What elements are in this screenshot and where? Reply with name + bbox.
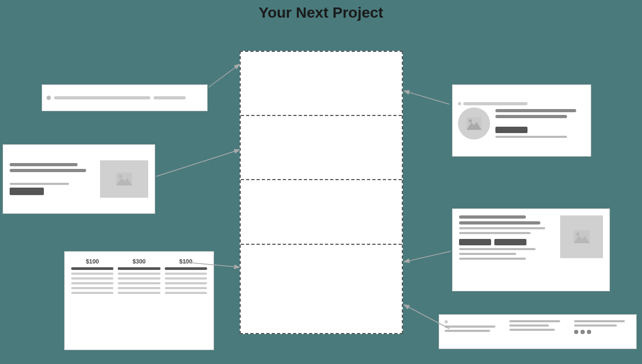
right-mid-line-4 bbox=[459, 232, 531, 234]
top-right-text bbox=[495, 109, 585, 138]
bottom-right-col-3 bbox=[574, 320, 631, 343]
price-line-1c bbox=[71, 282, 113, 284]
right-mid-btn-2 bbox=[494, 239, 526, 245]
pricing-col-1: $100 bbox=[71, 258, 113, 343]
price-line-3e bbox=[165, 292, 207, 294]
top-right-card bbox=[452, 84, 591, 157]
bottom-line-1 bbox=[445, 326, 495, 328]
top-right-bar bbox=[463, 102, 528, 105]
bottom-line-6 bbox=[574, 320, 625, 322]
price-1: $100 bbox=[86, 258, 98, 265]
price-2: $300 bbox=[133, 258, 146, 265]
price-line-3a bbox=[165, 273, 207, 275]
top-right-line-1 bbox=[495, 109, 576, 112]
pricing-card: $100 $300 $100 bbox=[64, 251, 214, 350]
bottom-line-4 bbox=[509, 324, 549, 327]
top-right-line-3 bbox=[495, 136, 567, 138]
price-line-2d bbox=[118, 287, 160, 289]
price-line-1d bbox=[71, 287, 113, 289]
browser-extra-bar bbox=[154, 96, 186, 99]
left-mid-card bbox=[3, 144, 155, 214]
price-line-1e bbox=[71, 292, 113, 294]
pricing-col-2: $300 bbox=[118, 258, 160, 343]
button-placeholder bbox=[10, 188, 44, 195]
right-mid-text bbox=[459, 215, 555, 284]
browser-top-card bbox=[42, 84, 208, 111]
svg-line-13 bbox=[404, 91, 449, 104]
right-mid-line-6 bbox=[459, 253, 516, 255]
wireframe-section-1 bbox=[241, 52, 402, 116]
browser-dot bbox=[47, 96, 51, 100]
avatar bbox=[458, 107, 490, 140]
price-line-3b bbox=[165, 277, 207, 280]
price-3: $100 bbox=[179, 258, 192, 265]
svg-point-2 bbox=[119, 175, 122, 178]
right-mid-line-5 bbox=[459, 248, 536, 250]
bottom-right-card bbox=[439, 314, 637, 349]
browser-address-bar bbox=[54, 96, 150, 99]
svg-point-8 bbox=[576, 233, 579, 236]
price-line-2c bbox=[118, 282, 160, 284]
price-bar-1 bbox=[71, 267, 113, 270]
right-mid-image bbox=[560, 215, 603, 258]
right-mid-line-1 bbox=[459, 215, 526, 219]
svg-line-14 bbox=[404, 251, 451, 262]
right-mid-line-3 bbox=[459, 227, 545, 229]
price-line-3d bbox=[165, 287, 207, 289]
image-placeholder-left bbox=[100, 160, 148, 198]
svg-line-11 bbox=[156, 150, 240, 176]
right-mid-card bbox=[452, 208, 610, 291]
wireframe-section-3 bbox=[241, 180, 402, 244]
svg-point-5 bbox=[469, 119, 472, 122]
price-line-2b bbox=[118, 277, 160, 280]
page-title: Your Next Project bbox=[0, 4, 642, 21]
bottom-line-2 bbox=[445, 330, 490, 332]
bottom-dot bbox=[445, 320, 448, 323]
bottom-line-3 bbox=[509, 320, 560, 322]
top-right-btn bbox=[495, 127, 528, 133]
text-line-3 bbox=[10, 183, 69, 185]
bottom-right-col-2 bbox=[509, 320, 566, 343]
right-mid-btn-1 bbox=[459, 239, 491, 245]
bottom-line-5 bbox=[509, 329, 555, 331]
top-right-header bbox=[458, 102, 585, 105]
dot-1 bbox=[458, 102, 461, 105]
dot-c bbox=[587, 330, 591, 334]
top-right-line-2 bbox=[495, 115, 567, 118]
dot-b bbox=[580, 330, 585, 334]
bottom-right-col-1 bbox=[445, 320, 501, 343]
price-line-2a bbox=[118, 273, 160, 275]
price-line-2e bbox=[118, 292, 160, 294]
right-mid-line-7 bbox=[459, 258, 526, 260]
wireframe-section-2 bbox=[241, 116, 402, 180]
price-line-1a bbox=[71, 273, 113, 275]
left-mid-text bbox=[10, 163, 95, 195]
center-wireframe bbox=[240, 51, 403, 334]
right-mid-line-2 bbox=[459, 221, 540, 224]
dot-a bbox=[574, 330, 578, 334]
svg-line-10 bbox=[209, 64, 240, 87]
text-line-1 bbox=[10, 163, 78, 166]
bottom-line-7 bbox=[574, 324, 617, 327]
price-line-1b bbox=[71, 277, 113, 280]
wireframe-section-4 bbox=[241, 245, 402, 333]
price-bar-2 bbox=[118, 267, 160, 270]
pricing-col-3: $100 bbox=[165, 258, 207, 343]
price-bar-3 bbox=[165, 267, 207, 270]
price-line-3c bbox=[165, 282, 207, 284]
text-line-2 bbox=[10, 169, 86, 172]
